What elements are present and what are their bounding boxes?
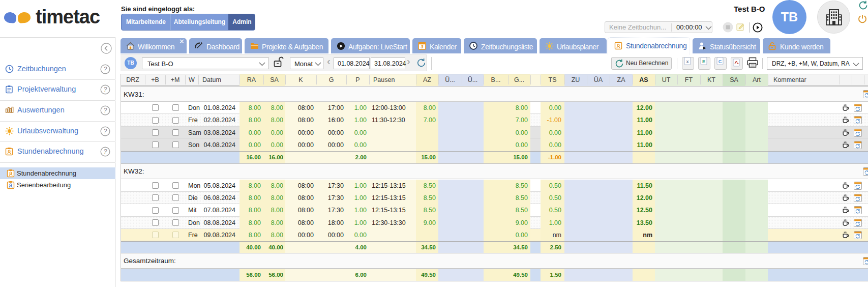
- svg-text:?: ?: [104, 86, 107, 93]
- svg-text:3: 3: [421, 44, 423, 49]
- svg-text:?: ?: [104, 107, 107, 114]
- svg-text:x: x: [686, 59, 689, 64]
- svg-text:?: ?: [104, 66, 107, 73]
- svg-text:E: E: [702, 59, 705, 64]
- svg-text:?: ?: [104, 128, 107, 135]
- svg-text:?: ?: [104, 148, 107, 155]
- svg-text:C: C: [719, 59, 722, 64]
